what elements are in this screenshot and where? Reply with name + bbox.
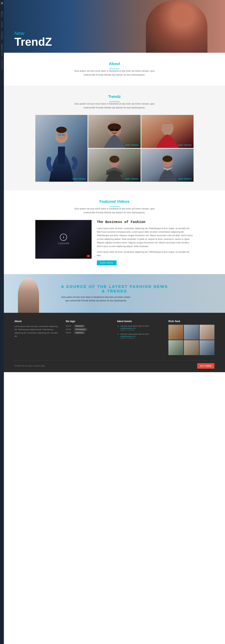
menu-icon[interactable]: ☰ [1,2,3,4]
footer-tweets-col: latest tweets ✦ I like this Lorem ipsum … [117,320,163,355]
sidebar: ☰ HOME ABOUT TRENDZ DESIGNERS CONTACT [0,0,4,372]
tag-label-3: Model [66,332,73,334]
trendz-overlay-2 [88,115,140,148]
trendz-item-man-scarf[interactable]: NEW TRENDZ [141,149,194,182]
footer-tags-col: the tags Model Awesome Model Photography… [66,320,112,355]
flickr-thumb-4[interactable] [168,340,183,355]
trendz-item-woman-glasses[interactable]: NEW TRENDZ [88,115,140,148]
trendz-overlay [35,115,88,182]
twitter-icon-1: ✦ [117,325,119,328]
footer-copyright: 时尚网12345 bbs.ziilao.com受到下载站 [14,365,45,367]
video-title: The Business of Fashion [97,220,194,224]
sidebar-item-home[interactable]: HOME [1,9,3,19]
tweet-time-1: ABOUT 15 MINS [120,329,149,331]
flickr-grid [168,325,214,355]
youtube-icon: ▶ [87,255,90,257]
sidebar-item-trendz[interactable]: TRENDZ [1,29,3,42]
footer-flickr-title: flickr feed [168,320,214,322]
trendz-label-5: NEW TRENDZ [178,178,192,180]
trendz-label-1: NEW TRENDZ [72,178,86,180]
video-thumbnail[interactable]: ℹ 注意版权视频 ▶ [35,220,92,259]
flickr-thumb-3[interactable] [200,325,214,340]
banner-text-block: A SOURCE OF THE LATEST FASHION NEWS & TR… [61,284,168,302]
footer-flickr-col: flickr feed [168,320,214,355]
tag-badge-3[interactable]: Awesome [74,332,85,334]
tweet-content-1: I like this Lorem ipsum dolor sit amet m… [120,325,149,331]
video-thumb-inner: ℹ 注意版权视频 [35,220,92,259]
trendz-grid: NEW TRENDZ [35,115,194,182]
footer: About Lorem ipsum dolor sit amet, consec… [4,313,225,372]
featured-videos-section: Featured Videos Duis autem vel eum iriur… [4,190,225,274]
video-play-icon[interactable]: ℹ [60,234,67,241]
twitter-icon-2: ✦ [117,333,119,336]
footer-about-col: About Lorem ipsum dolor sit amet, consec… [14,320,60,355]
tweet-item-1: ✦ I like this Lorem ipsum dolor sit amet… [117,325,163,331]
trendz-item-woman-red[interactable]: NEW TRENDZ [141,115,194,148]
tag-label-1: Model [66,325,73,327]
trendz-section: Trendz Duis autem vel eum iriure dolor i… [4,86,225,190]
tag-row-1: Model Awesome [66,325,112,327]
flickr-thumb-1[interactable] [168,325,183,340]
banner-line2: & TRENDS [102,289,127,293]
tweet-text-2: I like this Lorem ipsum dolor sit amet [120,333,149,336]
tweet-item-2: ✦ I like this Lorem ipsum dolor sit amet… [117,333,163,339]
hero-text-block: New TrendZ [14,30,52,48]
hero-person-image [146,0,208,53]
sidebar-item-about[interactable]: ABOUT [1,19,3,29]
trendz-label-2: NEW TRENDZ [125,144,139,146]
read-more-button[interactable]: READ MORE [97,260,116,265]
footer-about-title: About [14,320,60,322]
banner-description: Duis autem vel eum iriure dolor in hendr… [61,296,131,302]
banner-line1: A SOURCE OF THE LATEST FASHION NEWS [61,284,168,289]
footer-tags-list: Model Awesome Model Photography Model Aw… [66,325,112,334]
tweet-time-2: ABOUT 30 MINS [120,338,149,339]
trendz-description: Duis autem vel eum iriure dolor in hendr… [70,102,158,110]
trendz-title: Trendz [8,94,222,99]
download-button[interactable]: 前往下载模板 [197,363,214,369]
tag-badge-1[interactable]: Awesome [74,325,85,327]
video-card: ℹ 注意版权视频 ▶ The Business of Fashion Lorem… [35,220,194,265]
about-section: About Duis autem vel eum iriure dolor in… [4,53,225,86]
trendz-overlay-4 [88,149,140,182]
tweet-email-1[interactable]: mail@example.com [120,327,149,329]
video-thumb-label: 注意版权视频 [58,242,69,245]
footer-bottom: 时尚网12345 bbs.ziilao.com受到下载站 前往下载模板 [14,360,214,369]
sidebar-item-contact[interactable]: CONTACT [1,58,3,71]
video-paragraph-2: Lorem ipsum dolor sit amet, consectetur … [97,250,194,258]
trendz-label-3: NEW TRENDZ [178,144,192,146]
tweet-text-1: I like this Lorem ipsum dolor sit amet [120,325,149,327]
trendz-overlay-3 [141,115,194,148]
trendz-label-4: NEW TRENDZ [125,178,139,180]
trendz-item-man-check[interactable]: NEW TRENDZ [88,149,140,182]
banner-section: A SOURCE OF THE LATEST FASHION NEWS & TR… [4,274,225,313]
hero-section: New TrendZ [4,0,225,53]
tag-label-2: Model [66,328,73,330]
tweet-email-2[interactable]: mail@example.com [120,336,149,338]
tag-row-3: Model Awesome [66,332,112,334]
tag-badge-2[interactable]: Photography [74,328,87,331]
video-content: The Business of Fashion Lorem ipsum dolo… [97,220,194,265]
video-paragraph-1: Lorem ipsum dolor sit amet, consectetur … [97,227,194,248]
flickr-thumb-2[interactable] [184,325,199,340]
about-title: About [8,62,222,66]
sidebar-item-designers[interactable]: DESIGNERS [1,42,3,58]
footer-grid: About Lorem ipsum dolor sit amet, consec… [14,320,214,355]
footer-tags-title: the tags [66,320,112,322]
banner-person-image [18,278,39,313]
banner-main-text: A SOURCE OF THE LATEST FASHION NEWS & TR… [61,284,168,294]
tweet-content-2: I like this Lorem ipsum dolor sit amet m… [120,333,149,339]
sidebar-nav: HOME ABOUT TRENDZ DESIGNERS CONTACT [1,9,3,71]
trendz-overlay-5 [141,149,194,182]
footer-tweets-title: latest tweets [117,320,163,322]
tag-row-2: Model Photography [66,328,112,331]
featured-videos-title: Featured Videos [8,199,222,204]
flickr-thumb-6[interactable] [200,340,214,355]
main-content: New TrendZ About Duis autem vel eum iriu… [4,0,225,372]
about-description: Duis autem vel eum iriure dolor in hendr… [70,69,158,77]
footer-about-text: Lorem ipsum dolor sit amet, consectetur … [14,325,60,338]
flickr-thumb-5[interactable] [184,340,199,355]
trendz-item-man-blue[interactable]: NEW TRENDZ [35,115,88,182]
hero-title: TrendZ [14,36,52,48]
featured-videos-description: Duis autem vel eum iriure dolor in hendr… [70,207,158,214]
